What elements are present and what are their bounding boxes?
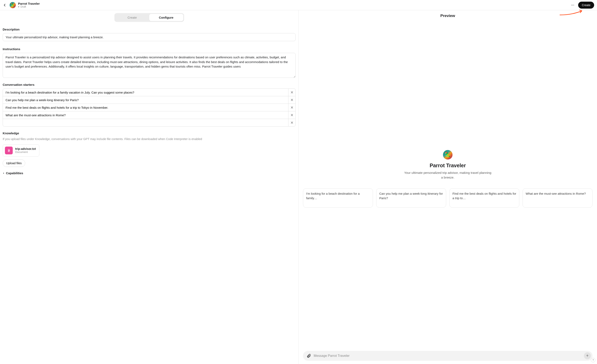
more-options-button[interactable]: ··· xyxy=(570,2,576,8)
paperclip-icon xyxy=(306,354,311,358)
starter-input[interactable] xyxy=(3,119,288,127)
document-icon xyxy=(5,147,13,154)
close-icon xyxy=(291,114,293,116)
instructions-label: Instructions xyxy=(3,47,296,51)
starter-input[interactable] xyxy=(3,111,288,119)
send-button[interactable] xyxy=(584,352,591,359)
gpt-avatar: 🦜 xyxy=(9,2,16,8)
description-label: Description xyxy=(3,28,296,31)
create-button[interactable]: Create xyxy=(578,2,594,9)
starters-label: Conversation starters xyxy=(3,83,296,86)
mode-tabs: Create Configure xyxy=(114,13,184,22)
configure-panel: Create Configure Description Instruction… xyxy=(0,10,298,364)
starter-input[interactable] xyxy=(3,96,288,104)
close-icon xyxy=(291,106,293,109)
starter-remove-button[interactable] xyxy=(288,88,296,96)
preview-panel: Preview 🦜 Parrot Traveler Your ultimate … xyxy=(298,10,597,364)
close-icon xyxy=(291,121,293,124)
file-name: trip-advisor.txt xyxy=(15,147,36,151)
message-composer xyxy=(303,351,592,361)
gpt-status: Draft xyxy=(18,5,40,8)
starter-input[interactable] xyxy=(3,88,288,96)
tab-create[interactable]: Create xyxy=(115,14,149,21)
description-input[interactable] xyxy=(3,33,296,41)
caret-right-icon xyxy=(3,172,5,174)
message-input[interactable] xyxy=(314,354,582,358)
tab-configure[interactable]: Configure xyxy=(149,14,183,21)
starter-remove-button[interactable] xyxy=(288,111,296,119)
knowledge-helper: If you upload files under Knowledge, con… xyxy=(3,137,296,142)
capabilities-label: Capabilities xyxy=(6,171,23,175)
close-icon xyxy=(291,91,293,94)
instructions-textarea[interactable] xyxy=(3,53,296,78)
starter-card[interactable]: Find me the best deals on flights and ho… xyxy=(449,188,519,208)
preview-avatar: 🦜 xyxy=(443,150,453,160)
upload-files-button[interactable]: Upload files xyxy=(3,159,25,167)
starter-remove-button[interactable] xyxy=(288,96,296,104)
starter-remove-button[interactable] xyxy=(288,104,296,111)
attach-button[interactable] xyxy=(306,353,312,359)
chevron-left-icon xyxy=(3,3,7,7)
starter-card[interactable]: What are the must-see attractions in Rom… xyxy=(523,188,592,208)
preview-gpt-desc: Your ultimate personalized trip advisor,… xyxy=(404,171,492,180)
capabilities-row[interactable]: Capabilities xyxy=(3,171,296,175)
preview-gpt-name: Parrot Traveler xyxy=(430,163,466,168)
conversation-starters-list xyxy=(3,88,296,127)
help-button[interactable]: ? xyxy=(591,358,595,362)
knowledge-label: Knowledge xyxy=(3,131,296,135)
back-button[interactable] xyxy=(2,2,7,8)
knowledge-file-chip[interactable]: trip-advisor.txt Document xyxy=(3,144,39,157)
status-dot-icon xyxy=(18,6,19,7)
close-icon xyxy=(291,99,293,101)
starter-remove-button[interactable] xyxy=(288,119,296,127)
starter-card[interactable]: Can you help me plan a week-long itinera… xyxy=(376,188,446,208)
gpt-status-text: Draft xyxy=(21,5,26,8)
preview-starter-cards: I'm looking for a beach destination for … xyxy=(303,188,593,208)
arrow-up-icon xyxy=(586,354,589,357)
gpt-name: Parrot Traveler xyxy=(18,2,40,5)
starter-card[interactable]: I'm looking for a beach destination for … xyxy=(303,188,373,208)
preview-heading: Preview xyxy=(298,14,597,18)
more-icon: ··· xyxy=(571,3,574,7)
file-type: Document xyxy=(15,151,36,153)
starter-input[interactable] xyxy=(3,104,288,111)
